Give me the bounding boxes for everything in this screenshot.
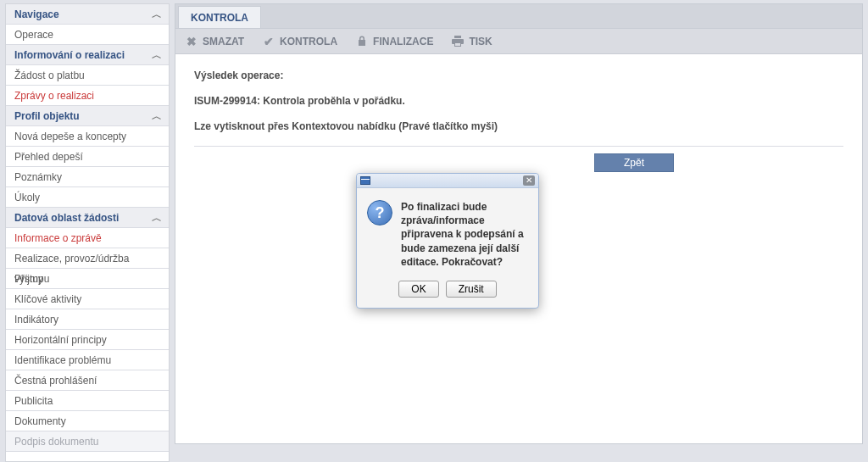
dialog-buttons: OK Zrušit (357, 276, 538, 308)
window-icon (360, 176, 370, 185)
close-icon[interactable]: ✕ (523, 175, 535, 186)
question-icon: ? (367, 200, 392, 225)
dialog-text: Po finalizaci bude zpráva/informace přip… (401, 200, 528, 269)
dialog-title-bar: ✕ (357, 174, 538, 188)
cancel-button[interactable]: Zrušit (446, 281, 497, 298)
confirm-dialog: ✕ ? Po finalizaci bude zpráva/informace … (356, 173, 539, 309)
ok-button[interactable]: OK (398, 281, 438, 298)
